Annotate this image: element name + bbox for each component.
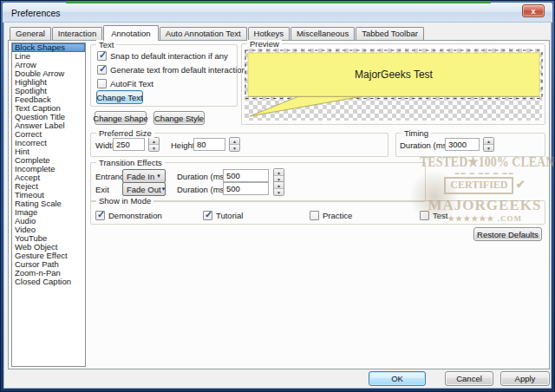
change-shape-button[interactable]: Change Shape <box>95 111 147 125</box>
show-in-mode-label: Show in Mode <box>96 196 153 206</box>
preferences-dialog: Preferences x GeneralInteractionAnnotati… <box>0 0 555 392</box>
apply-button[interactable]: Apply <box>500 371 550 386</box>
preferred-size-label: Preferred Size <box>96 128 154 138</box>
timing-group-label: Timing <box>402 128 431 138</box>
tab-strip: GeneralInteractionAnnotationAuto Annotat… <box>10 25 425 40</box>
tab-hotkeys[interactable]: Hotkeys <box>248 27 290 40</box>
tab-miscellaneous[interactable]: Miscellaneous <box>291 27 355 40</box>
close-button[interactable]: x <box>522 4 545 17</box>
desktop-background-strip <box>66 1 491 3</box>
tab-interaction[interactable]: Interaction <box>52 27 102 40</box>
preview-balloon: MajorGeeks Test <box>241 43 546 125</box>
tab-general[interactable]: General <box>10 27 51 40</box>
preferred-size-group: Preferred Size <box>90 133 388 157</box>
show-in-mode-group: Show in Mode <box>90 200 545 225</box>
restore-defaults-button[interactable]: Restore Defaults <box>473 227 542 241</box>
cancel-button[interactable]: Cancel <box>445 371 493 386</box>
ok-button[interactable]: OK <box>369 371 426 386</box>
change-style-button[interactable]: Change Style <box>153 111 205 125</box>
sidebar-item-closed-caption[interactable]: Closed Caption <box>12 278 85 286</box>
tab-tabbed-toolbar[interactable]: Tabbed Toolbar <box>356 27 424 40</box>
title-bar[interactable]: Preferences <box>3 3 552 23</box>
timing-group: Timing <box>395 133 545 157</box>
close-icon: x <box>531 7 535 16</box>
tab-auto-annotation-text[interactable]: Auto Annotation Text <box>160 27 247 40</box>
window-title: Preferences <box>3 8 61 18</box>
annotation-type-list[interactable]: Block ShapesLineArrowDouble ArrowHighlig… <box>11 42 86 367</box>
text-group: Text <box>90 44 238 107</box>
balloon-text: MajorGeeks Test <box>355 69 433 81</box>
transition-effects-label: Transition Effects <box>96 158 165 167</box>
tab-annotation[interactable]: Annotation <box>103 25 158 41</box>
text-group-label: Text <box>96 40 116 49</box>
